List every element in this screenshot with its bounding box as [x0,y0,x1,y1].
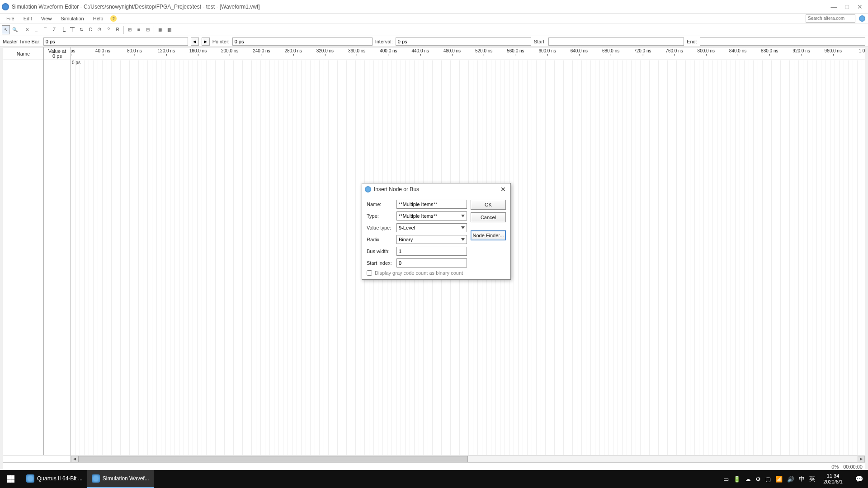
tray-overflow-icon[interactable]: ▭ [723,476,729,483]
buswidth-input[interactable] [396,247,467,256]
signal-name-column[interactable] [3,60,44,455]
start-input[interactable] [548,38,684,46]
taskbar-waveform[interactable]: Simulation Wavef... [87,470,154,488]
name-input[interactable] [396,200,467,209]
pointer-input[interactable] [232,38,373,46]
menu-file[interactable]: File [3,15,18,22]
tool-run-functional[interactable]: ▦ [156,25,164,34]
ime-lang-2[interactable]: 英 [809,475,815,483]
timeline-tick: 600.0 ns [538,48,556,53]
graycode-checkbox[interactable] [367,270,372,276]
quartus-icon [26,474,34,483]
tool-force-weak-high[interactable]: ⏉ [68,25,76,34]
pointer-label: Pointer: [212,39,230,44]
dialog-title: Insert Node or Bus [374,186,499,192]
menu-help[interactable]: Help [90,15,107,22]
tool-force-weak-low[interactable]: ⎿ [59,25,67,34]
ime-lang-1[interactable]: 中 [799,475,805,483]
search-box[interactable] [806,14,855,23]
tool-run-timing[interactable]: ▩ [165,25,173,34]
tray-volume-icon[interactable]: 🔊 [787,476,794,483]
tool-arbitrary[interactable]: ? [104,25,113,34]
scroll-right-button[interactable]: ▶ [858,456,865,462]
status-percent: 0% [831,464,839,469]
search-input[interactable] [808,16,846,21]
timeline-tick: 40.0 ns [95,48,110,53]
notification-center-icon[interactable]: 💬 [850,470,868,488]
startindex-input[interactable] [396,258,467,267]
tray-screen-icon[interactable]: ▢ [765,476,771,483]
tool-sort[interactable]: ≡ [135,25,143,34]
tray-network-icon[interactable]: ⚙ [755,476,761,483]
tool-snap[interactable]: ⊞ [126,25,134,34]
tool-zoom[interactable]: 🔍 [11,25,19,34]
tray-wifi-icon[interactable]: 📶 [775,476,783,483]
master-prev-button[interactable]: ◀ [191,38,199,46]
tool-count[interactable]: C [86,25,94,34]
tool-force-unknown[interactable]: ✕ [23,25,31,34]
buswidth-label: Bus width: [367,249,396,254]
help-icon[interactable]: ? [110,15,117,22]
taskbar-quartus[interactable]: Quartus II 64-Bit ... [22,470,87,488]
menu-view[interactable]: View [38,15,56,22]
timeline-tick: 200.0 ns [221,48,238,53]
tray-battery-icon[interactable]: 🔋 [733,476,741,483]
titlebar: Simulation Waveform Editor - C:/Users/sn… [0,0,868,14]
timeline-tick: 280.0 ns [284,48,302,53]
tool-force-z[interactable]: Z [50,25,58,34]
menu-simulation[interactable]: Simulation [57,15,87,22]
taskbar-clock[interactable]: 11:34 2020/6/1 [820,473,846,485]
start-button[interactable] [0,470,22,488]
minimize-button[interactable]: — [831,3,837,10]
horizontal-scrollbar[interactable]: ◀ ▶ [3,455,865,462]
maximize-button[interactable]: □ [845,3,849,10]
type-label: Type: [367,213,396,219]
interval-input[interactable] [396,38,531,46]
timeline-tick: 0 ps [71,48,75,53]
windows-taskbar: Quartus II 64-Bit ... Simulation Wavef..… [0,470,868,488]
timeline-tick: 240.0 ns [253,48,270,53]
scroll-thumb[interactable] [78,456,468,462]
globe-icon[interactable] [859,15,865,22]
valuetype-select[interactable]: 9-Level [396,223,467,232]
ok-button[interactable]: OK [471,200,506,210]
master-next-button[interactable]: ▶ [202,38,210,46]
timeline-tick: 680.0 ns [602,48,619,53]
cancel-button[interactable]: Cancel [471,212,506,222]
node-finder-button[interactable]: Node Finder... [471,230,506,240]
timeline-tick: 1.0 us [859,48,865,53]
timeline-tick: 400.0 ns [380,48,397,53]
timeline-tick: 960.0 ns [825,48,842,53]
waveform-icon [92,474,100,483]
end-label: End: [687,39,697,44]
insert-node-dialog: Insert Node or Bus ✕ Name: Type: **Multi… [362,183,511,280]
timeline-tick: 80.0 ns [127,48,142,53]
timebar: Master Time Bar: ◀ ▶ Pointer: Interval: … [0,36,868,47]
column-name-header: Name [3,47,44,60]
timeline-tick: 360.0 ns [348,48,365,53]
tool-selection[interactable]: ↖ [2,25,10,34]
timeline-tick: 520.0 ns [475,48,492,53]
tool-random[interactable]: R [113,25,122,34]
tool-force-high[interactable]: ⎺ [41,25,49,34]
dialog-close-button[interactable]: ✕ [499,186,508,193]
startindex-label: Start index: [367,260,396,266]
tool-clock[interactable]: ⏱ [95,25,104,34]
end-input[interactable] [700,38,865,46]
tool-invert[interactable]: ⇅ [77,25,85,34]
windows-logo-icon [7,475,14,483]
scroll-left-button[interactable]: ◀ [71,456,78,462]
radix-select[interactable]: Binary [396,235,467,244]
dialog-icon [365,186,371,192]
tray-onedrive-icon[interactable]: ☁ [745,476,751,483]
graycode-label: Display gray code count as binary count [375,270,463,276]
menu-edit[interactable]: Edit [20,15,36,22]
tool-force-low[interactable]: ⎯ [32,25,40,34]
close-button[interactable]: ✕ [857,3,863,10]
type-select[interactable]: **Multiple Items** [396,211,467,221]
radix-label: Radix: [367,237,396,242]
tool-group[interactable]: ⊟ [144,25,152,34]
timeline-tick: 320.0 ns [316,48,334,53]
master-time-input[interactable] [43,38,188,46]
menubar: File Edit View Simulation Help ? [0,14,868,23]
